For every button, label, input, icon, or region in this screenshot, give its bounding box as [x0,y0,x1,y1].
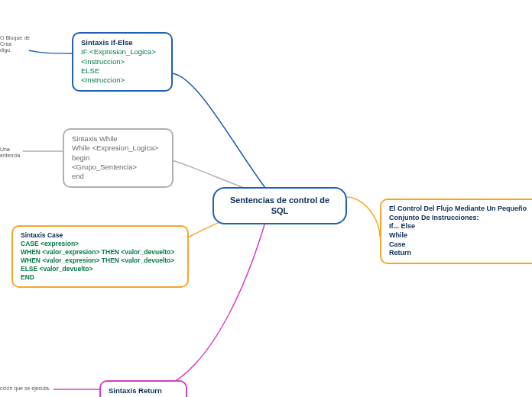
edge-ifelse-l3: digo. [0,47,31,53]
ifelse-title: Sintaxis If-Else [81,38,164,47]
control-l5: Case [389,240,525,250]
ifelse-l4: <Instruccion> [81,76,164,85]
control-l6: Return [389,249,525,258]
node-case[interactable]: Sintaxis Case CASE <expresion> WHEN <val… [11,225,189,288]
node-control-flow[interactable]: El Control Del Flujo Mediante Un Pequeño… [380,198,532,264]
ifelse-l3: ELSE [81,66,164,76]
node-while[interactable]: Sintaxis While While <Expresion_Logica> … [63,128,174,188]
edge-while-l2: entencia [0,153,23,159]
edge-text-while: Una entencia [0,147,23,159]
case-l1: CASE <expresion> [21,240,180,248]
control-l2: Conjunto De Instrucciones: [389,214,525,223]
case-l3: WHEN <valor_expresion> THEN <valor_devue… [21,257,180,265]
edge-ifelse-l1: O Bloque de [0,35,31,41]
control-l4: While [389,231,525,240]
ifelse-l2: <Instruccion> [81,57,164,66]
ifelse-l1: IF <Expresion_Logica> [81,47,164,56]
while-l3: <Grupo_Sentencia> [72,163,164,172]
while-l4: end [72,172,164,181]
case-l2: WHEN <valor_expresion> THEN <valor_devue… [21,248,180,257]
center-node[interactable]: Sentencias de control de SQL [212,187,347,224]
edge-while-l1: Una [0,147,23,153]
case-l4: ELSE <valor_devuelto> [21,265,180,273]
while-l1: While <Expresion_Logica> [72,144,164,153]
while-l2: begin [72,153,164,163]
return-title: Sintaxis Return [109,386,178,395]
case-title: Sintaxis Case [21,231,180,240]
node-if-else[interactable]: Sintaxis If-Else IF <Expresion_Logica> <… [72,32,173,92]
node-return[interactable]: Sintaxis Return [99,380,187,397]
edge-text-ifelse: O Bloque de Crea digo. [0,35,31,53]
case-l5: END [21,273,180,282]
edge-return-l1: cción que se ejecuta. [0,386,54,392]
while-title: Sintaxis While [72,134,164,144]
edge-text-return: cción que se ejecuta. [0,386,54,392]
control-l1: El Control Del Flujo Mediante Un Pequeño [389,205,525,214]
control-l3: If... Else [389,222,525,231]
edge-ifelse-l2: Crea [0,41,31,47]
center-title: Sentencias de control de SQL [230,195,329,215]
